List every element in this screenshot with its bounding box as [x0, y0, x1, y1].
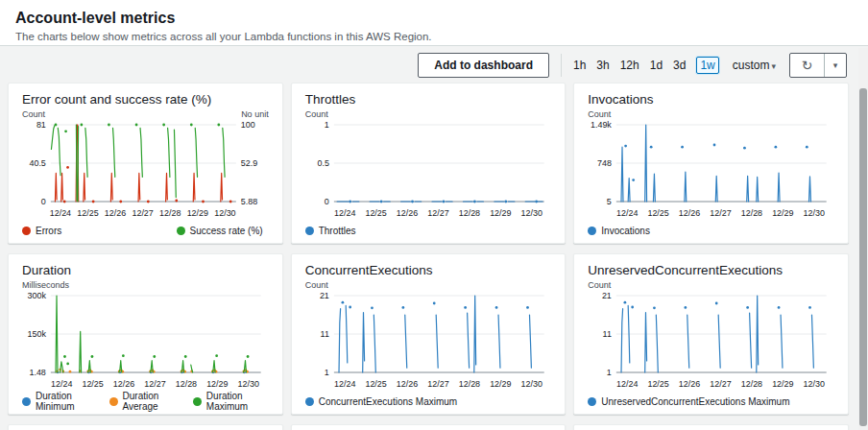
- svg-text:52.9: 52.9: [241, 158, 257, 168]
- legend-item[interactable]: Throttles: [305, 226, 356, 236]
- refresh-icon[interactable]: ↻: [790, 54, 825, 77]
- legend-label: UnreservedConcurrentExecutions Maximum: [601, 396, 789, 407]
- svg-text:12/30: 12/30: [520, 208, 542, 218]
- custom-range-dropdown[interactable]: custom▾: [733, 59, 776, 72]
- cutoff-card: [573, 424, 849, 430]
- svg-text:12/25: 12/25: [648, 208, 669, 218]
- time-range-1w-selected[interactable]: 1w: [696, 57, 718, 74]
- chart-canvas[interactable]: 8140.5010052.95.8812/2412/2512/2612/2712…: [22, 121, 269, 223]
- page-header: Account-level metrics The charts below s…: [0, 0, 868, 46]
- svg-text:5: 5: [607, 197, 612, 206]
- legend-label: Errors: [36, 226, 61, 236]
- svg-text:12/30: 12/30: [238, 379, 259, 389]
- chart-title: Duration: [22, 263, 269, 277]
- svg-text:12/28: 12/28: [741, 208, 762, 218]
- svg-text:12/25: 12/25: [648, 379, 669, 389]
- chevron-down-icon: ▾: [771, 61, 776, 71]
- chart-canvas[interactable]: 10.5012/2412/2512/2612/2712/2812/2912/30: [305, 121, 552, 223]
- svg-text:1: 1: [325, 368, 329, 377]
- cutoff-card: [291, 424, 567, 430]
- chart-title: UnreservedConcurrentExecutions: [588, 263, 834, 277]
- legend-label: Duration Minimum: [36, 391, 96, 412]
- legend-item[interactable]: Duration Maximum: [193, 391, 269, 412]
- refresh-options-caret-icon[interactable]: ▾: [825, 54, 846, 77]
- legend-label: Success rate (%): [190, 226, 263, 236]
- svg-text:12/29: 12/29: [206, 379, 228, 389]
- legend-color-dot: [22, 227, 31, 235]
- svg-text:12/26: 12/26: [113, 379, 134, 389]
- legend-label: Invocations: [601, 226, 650, 236]
- toolbar: Add to dashboard 1h3h12h1d3d1w custom▾ ↻…: [0, 46, 868, 83]
- svg-text:11: 11: [603, 329, 612, 339]
- svg-text:0.5: 0.5: [317, 158, 328, 168]
- svg-text:12/30: 12/30: [804, 208, 825, 218]
- svg-text:300k: 300k: [27, 292, 46, 300]
- legend-item[interactable]: Duration Minimum: [22, 391, 96, 412]
- time-range-1h[interactable]: 1h: [573, 59, 586, 72]
- legend-color-dot: [177, 227, 185, 235]
- svg-text:12/26: 12/26: [397, 208, 418, 218]
- scrollbar-thumb[interactable]: [859, 88, 867, 426]
- legend-color-dot: [588, 227, 596, 235]
- svg-text:12/27: 12/27: [427, 208, 448, 218]
- time-range-3d[interactable]: 3d: [673, 59, 686, 72]
- legend-color-dot: [305, 227, 314, 235]
- chart-title: Throttles: [305, 92, 552, 107]
- legend-item[interactable]: Success rate (%): [177, 226, 263, 236]
- metric-card-unreserved-concurrent-executions: UnreservedConcurrentExecutions Count 211…: [573, 253, 849, 415]
- svg-text:12/29: 12/29: [187, 208, 208, 218]
- svg-text:1: 1: [607, 368, 612, 377]
- time-range-1d[interactable]: 1d: [650, 59, 663, 72]
- chart-canvas[interactable]: 2111112/2412/2512/2612/2712/2812/2912/30: [588, 292, 834, 394]
- svg-text:12/29: 12/29: [490, 208, 511, 218]
- svg-text:12/24: 12/24: [51, 379, 72, 389]
- legend-item[interactable]: ConcurrentExecutions Maximum: [305, 396, 458, 407]
- svg-text:12/25: 12/25: [77, 208, 98, 218]
- svg-text:12/25: 12/25: [365, 208, 386, 218]
- svg-text:12/29: 12/29: [772, 379, 793, 389]
- chart-canvas[interactable]: 2111112/2412/2512/2612/2712/2812/2912/30: [305, 292, 552, 394]
- svg-text:12/25: 12/25: [365, 379, 386, 389]
- legend-item[interactable]: Invocations: [588, 226, 650, 236]
- svg-text:100: 100: [241, 121, 255, 130]
- chart-canvas[interactable]: 1.49k748512/2412/2512/2612/2712/2812/291…: [588, 121, 834, 223]
- legend-label: ConcurrentExecutions Maximum: [319, 396, 458, 407]
- svg-text:21: 21: [320, 292, 329, 300]
- metric-card-concurrent-executions: ConcurrentExecutions Count 2111112/2412/…: [291, 253, 567, 415]
- time-range-12h[interactable]: 12h: [620, 59, 639, 72]
- chart-legend: UnreservedConcurrentExecutions Maximum: [588, 394, 834, 409]
- legend-item[interactable]: Duration Average: [109, 391, 180, 412]
- chart-legend: Throttles: [305, 223, 552, 238]
- legend-label: Duration Average: [123, 391, 180, 412]
- y-axis-right-unit-label: No unit: [241, 109, 269, 121]
- metric-card-duration: Duration Milliseconds 300k150k1.4812/241…: [8, 253, 283, 415]
- time-range-3h[interactable]: 3h: [596, 59, 609, 72]
- svg-text:12/27: 12/27: [132, 208, 153, 218]
- chart-legend: Invocations: [588, 223, 834, 238]
- cutoff-card: [8, 424, 283, 430]
- y-axis-unit-label: Count: [305, 109, 328, 121]
- svg-text:12/26: 12/26: [105, 208, 126, 218]
- svg-text:5.88: 5.88: [241, 197, 257, 206]
- metrics-content: Add to dashboard 1h3h12h1d3d1w custom▾ ↻…: [0, 46, 868, 430]
- svg-text:12/25: 12/25: [82, 379, 103, 389]
- next-row-cards-cutoff: [0, 424, 868, 430]
- svg-text:12/26: 12/26: [679, 208, 700, 218]
- svg-text:1: 1: [325, 121, 329, 130]
- chart-title: Invocations: [588, 92, 834, 107]
- vertical-scrollbar: [858, 48, 868, 430]
- add-to-dashboard-button[interactable]: Add to dashboard: [418, 53, 549, 78]
- svg-text:1.48: 1.48: [29, 368, 45, 377]
- svg-text:12/27: 12/27: [711, 379, 732, 389]
- svg-text:0: 0: [325, 197, 329, 206]
- legend-item[interactable]: UnreservedConcurrentExecutions Maximum: [588, 396, 789, 407]
- legend-label: Duration Maximum: [206, 391, 269, 412]
- svg-text:12/26: 12/26: [679, 379, 700, 389]
- svg-text:12/30: 12/30: [804, 379, 825, 389]
- svg-text:12/24: 12/24: [616, 208, 638, 218]
- svg-text:12/26: 12/26: [397, 379, 418, 389]
- chart-canvas[interactable]: 300k150k1.4812/2412/2512/2612/2712/2812/…: [22, 292, 269, 394]
- charts-grid: Error count and success rate (%) CountNo…: [0, 83, 868, 415]
- legend-item[interactable]: Errors: [22, 226, 61, 236]
- metric-card-error-count-success-rate: Error count and success rate (%) CountNo…: [8, 83, 283, 244]
